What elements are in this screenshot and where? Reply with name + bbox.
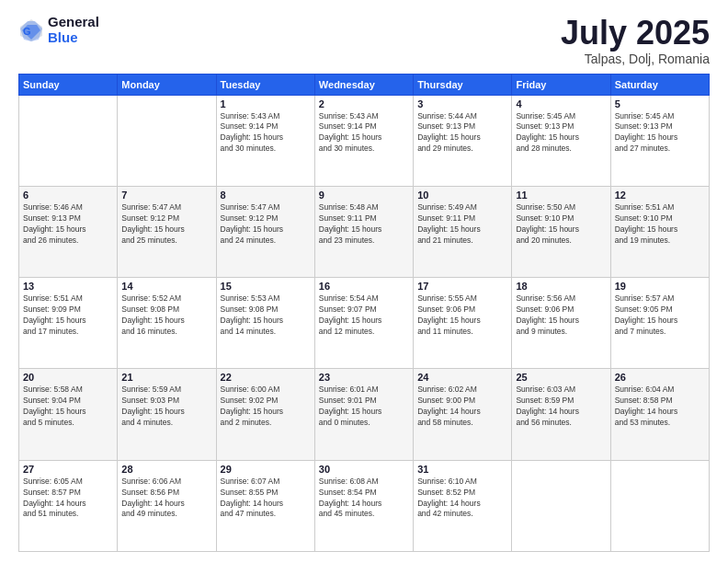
calendar-cell: 27Sunrise: 6:05 AMSunset: 8:57 PMDayligh… — [19, 460, 118, 551]
page: G General Blue July 2025 Talpas, Dolj, R… — [0, 0, 728, 563]
day-number: 13 — [23, 281, 113, 292]
calendar-cell: 17Sunrise: 5:55 AMSunset: 9:06 PMDayligh… — [414, 278, 512, 369]
day-info: Sunrise: 5:59 AMSunset: 9:03 PMDaylight:… — [121, 385, 211, 429]
logo: G General Blue — [18, 15, 99, 45]
calendar-table: SundayMondayTuesdayWednesdayThursdayFrid… — [18, 74, 710, 552]
day-number: 6 — [23, 190, 113, 201]
day-info: Sunrise: 6:06 AMSunset: 8:56 PMDaylight:… — [121, 477, 211, 521]
day-number: 22 — [221, 372, 311, 383]
calendar-cell: 24Sunrise: 6:02 AMSunset: 9:00 PMDayligh… — [414, 369, 512, 460]
day-info: Sunrise: 5:56 AMSunset: 9:06 PMDaylight:… — [516, 293, 606, 338]
day-number: 11 — [516, 190, 606, 201]
day-info: Sunrise: 5:48 AMSunset: 9:11 PMDaylight:… — [319, 202, 409, 247]
calendar-cell: 1Sunrise: 5:43 AMSunset: 9:14 PMDaylight… — [216, 95, 314, 186]
logo-icon: G — [18, 17, 44, 43]
calendar-cell: 13Sunrise: 5:51 AMSunset: 9:09 PMDayligh… — [19, 278, 118, 369]
day-info: Sunrise: 5:46 AMSunset: 9:13 PMDaylight:… — [23, 202, 113, 247]
day-number: 14 — [121, 281, 211, 292]
day-number: 31 — [417, 464, 507, 475]
day-info: Sunrise: 5:50 AMSunset: 9:10 PMDaylight:… — [516, 202, 606, 247]
calendar-cell: 28Sunrise: 6:06 AMSunset: 8:56 PMDayligh… — [118, 460, 216, 551]
day-number: 27 — [23, 464, 113, 475]
day-info: Sunrise: 6:01 AMSunset: 9:01 PMDaylight:… — [319, 385, 409, 429]
day-number: 12 — [615, 190, 705, 201]
calendar-cell: 21Sunrise: 5:59 AMSunset: 9:03 PMDayligh… — [118, 369, 216, 460]
calendar-cell: 12Sunrise: 5:51 AMSunset: 9:10 PMDayligh… — [610, 186, 709, 277]
day-info: Sunrise: 6:03 AMSunset: 8:59 PMDaylight:… — [516, 385, 606, 429]
calendar-cell: 23Sunrise: 6:01 AMSunset: 9:01 PMDayligh… — [314, 369, 413, 460]
day-info: Sunrise: 5:55 AMSunset: 9:06 PMDaylight:… — [417, 293, 507, 338]
day-number: 19 — [615, 281, 705, 292]
calendar-cell: 4Sunrise: 5:45 AMSunset: 9:13 PMDaylight… — [512, 95, 610, 186]
logo-text: General Blue — [48, 15, 99, 45]
calendar-cell: 26Sunrise: 6:04 AMSunset: 8:58 PMDayligh… — [610, 369, 709, 460]
day-info: Sunrise: 6:05 AMSunset: 8:57 PMDaylight:… — [23, 477, 113, 521]
day-info: Sunrise: 5:51 AMSunset: 9:09 PMDaylight:… — [23, 293, 113, 338]
day-number: 26 — [615, 372, 705, 383]
calendar-cell: 2Sunrise: 5:43 AMSunset: 9:14 PMDaylight… — [314, 95, 413, 186]
calendar-cell: 18Sunrise: 5:56 AMSunset: 9:06 PMDayligh… — [512, 278, 610, 369]
svg-text:G: G — [23, 26, 31, 37]
day-number: 24 — [417, 372, 507, 383]
day-info: Sunrise: 5:58 AMSunset: 9:04 PMDaylight:… — [23, 385, 113, 429]
calendar-cell — [610, 460, 709, 551]
month-title: July 2025 — [561, 15, 710, 52]
calendar-cell: 8Sunrise: 5:47 AMSunset: 9:12 PMDaylight… — [216, 186, 314, 277]
day-number: 21 — [121, 372, 211, 383]
day-info: Sunrise: 5:43 AMSunset: 9:14 PMDaylight:… — [221, 111, 311, 155]
day-info: Sunrise: 5:45 AMSunset: 9:13 PMDaylight:… — [615, 111, 705, 155]
calendar-cell — [512, 460, 610, 551]
day-number: 23 — [319, 372, 409, 383]
calendar-cell: 22Sunrise: 6:00 AMSunset: 9:02 PMDayligh… — [216, 369, 314, 460]
calendar-cell: 20Sunrise: 5:58 AMSunset: 9:04 PMDayligh… — [19, 369, 118, 460]
day-number: 2 — [319, 98, 409, 109]
day-number: 25 — [516, 372, 606, 383]
day-info: Sunrise: 5:57 AMSunset: 9:05 PMDaylight:… — [615, 293, 705, 338]
day-info: Sunrise: 6:02 AMSunset: 9:00 PMDaylight:… — [417, 385, 507, 429]
day-info: Sunrise: 5:47 AMSunset: 9:12 PMDaylight:… — [121, 202, 211, 247]
logo-blue: Blue — [48, 30, 99, 46]
title-area: July 2025 Talpas, Dolj, Romania — [561, 15, 710, 66]
weekday-header: Thursday — [414, 74, 512, 95]
calendar-cell: 14Sunrise: 5:52 AMSunset: 9:08 PMDayligh… — [118, 278, 216, 369]
day-number: 5 — [615, 98, 705, 109]
calendar-cell: 10Sunrise: 5:49 AMSunset: 9:11 PMDayligh… — [414, 186, 512, 277]
calendar-cell: 25Sunrise: 6:03 AMSunset: 8:59 PMDayligh… — [512, 369, 610, 460]
calendar-cell: 7Sunrise: 5:47 AMSunset: 9:12 PMDaylight… — [118, 186, 216, 277]
day-info: Sunrise: 6:08 AMSunset: 8:54 PMDaylight:… — [319, 477, 409, 521]
weekday-header: Saturday — [610, 74, 709, 95]
day-number: 7 — [121, 190, 211, 201]
weekday-header: Sunday — [19, 74, 118, 95]
day-info: Sunrise: 6:07 AMSunset: 8:55 PMDaylight:… — [221, 477, 311, 521]
day-number: 20 — [23, 372, 113, 383]
day-info: Sunrise: 6:04 AMSunset: 8:58 PMDaylight:… — [615, 385, 705, 429]
day-number: 18 — [516, 281, 606, 292]
day-info: Sunrise: 5:49 AMSunset: 9:11 PMDaylight:… — [417, 202, 507, 247]
calendar-cell: 5Sunrise: 5:45 AMSunset: 9:13 PMDaylight… — [610, 95, 709, 186]
day-number: 3 — [417, 98, 507, 109]
calendar-cell: 11Sunrise: 5:50 AMSunset: 9:10 PMDayligh… — [512, 186, 610, 277]
day-info: Sunrise: 5:43 AMSunset: 9:14 PMDaylight:… — [319, 111, 409, 155]
calendar-cell: 29Sunrise: 6:07 AMSunset: 8:55 PMDayligh… — [216, 460, 314, 551]
day-info: Sunrise: 5:53 AMSunset: 9:08 PMDaylight:… — [221, 293, 311, 338]
day-info: Sunrise: 5:45 AMSunset: 9:13 PMDaylight:… — [516, 111, 606, 155]
day-number: 30 — [319, 464, 409, 475]
day-number: 1 — [221, 98, 311, 109]
day-number: 4 — [516, 98, 606, 109]
header: G General Blue July 2025 Talpas, Dolj, R… — [18, 15, 710, 66]
weekday-header: Tuesday — [216, 74, 314, 95]
calendar-cell — [118, 95, 216, 186]
day-number: 10 — [417, 190, 507, 201]
day-info: Sunrise: 5:54 AMSunset: 9:07 PMDaylight:… — [319, 293, 409, 338]
day-number: 28 — [121, 464, 211, 475]
calendar-cell: 31Sunrise: 6:10 AMSunset: 8:52 PMDayligh… — [414, 460, 512, 551]
day-info: Sunrise: 6:10 AMSunset: 8:52 PMDaylight:… — [417, 477, 507, 521]
day-info: Sunrise: 5:52 AMSunset: 9:08 PMDaylight:… — [121, 293, 211, 338]
day-number: 15 — [221, 281, 311, 292]
day-number: 16 — [319, 281, 409, 292]
calendar-cell: 6Sunrise: 5:46 AMSunset: 9:13 PMDaylight… — [19, 186, 118, 277]
day-number: 9 — [319, 190, 409, 201]
weekday-header: Wednesday — [314, 74, 413, 95]
calendar-cell: 9Sunrise: 5:48 AMSunset: 9:11 PMDaylight… — [314, 186, 413, 277]
calendar-cell: 15Sunrise: 5:53 AMSunset: 9:08 PMDayligh… — [216, 278, 314, 369]
